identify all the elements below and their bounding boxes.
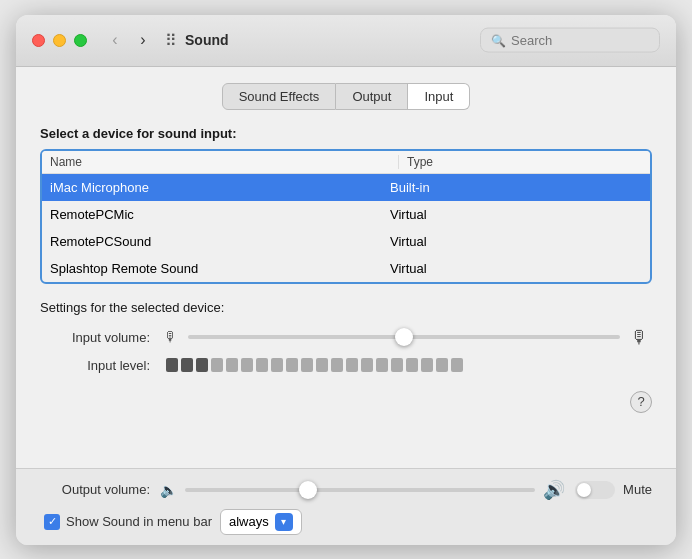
checkbox-icon[interactable]: ✓: [44, 514, 60, 530]
menu-bar-row: ✓ Show Sound in menu bar always ▾: [44, 509, 652, 535]
mute-toggle[interactable]: [575, 481, 615, 499]
device-type: Virtual: [390, 207, 642, 222]
output-volume-slider[interactable]: [185, 488, 535, 492]
tab-bar: Sound Effects Output Input: [40, 83, 652, 110]
slider-thumb[interactable]: [395, 328, 413, 346]
input-level-label: Input level:: [40, 358, 150, 373]
device-name: iMac Microphone: [50, 180, 390, 195]
input-level-row: Input level:: [40, 358, 652, 373]
always-dropdown[interactable]: always ▾: [220, 509, 302, 535]
table-row[interactable]: RemotePCMic Virtual: [42, 201, 650, 228]
level-segment: [211, 358, 223, 372]
input-level-meter: [166, 358, 646, 372]
forward-button[interactable]: ›: [131, 28, 155, 52]
col-divider: [398, 155, 399, 169]
level-segment: [286, 358, 298, 372]
level-segment: [391, 358, 403, 372]
search-input[interactable]: [511, 33, 649, 48]
table-row[interactable]: iMac Microphone Built-in: [42, 174, 650, 201]
titlebar: ‹ › ⠿ Sound 🔍: [16, 15, 676, 67]
level-segment: [166, 358, 178, 372]
device-name: RemotePCSound: [50, 234, 390, 249]
close-button[interactable]: [32, 34, 45, 47]
level-segment: [271, 358, 283, 372]
level-segment: [226, 358, 238, 372]
level-segment: [361, 358, 373, 372]
col-type-header: Type: [407, 155, 642, 169]
main-content: Sound Effects Output Input Select a devi…: [16, 67, 676, 468]
device-type: Built-in: [390, 180, 642, 195]
main-window: ‹ › ⠿ Sound 🔍 Sound Effects Output Input…: [16, 15, 676, 545]
level-segment: [346, 358, 358, 372]
mute-label: Mute: [623, 482, 652, 497]
device-type: Virtual: [390, 261, 642, 276]
tab-output[interactable]: Output: [336, 83, 408, 110]
table-row[interactable]: RemotePCSound Virtual: [42, 228, 650, 255]
maximize-button[interactable]: [74, 34, 87, 47]
show-sound-checkbox[interactable]: ✓ Show Sound in menu bar: [44, 514, 212, 530]
level-segment: [256, 358, 268, 372]
device-type: Virtual: [390, 234, 642, 249]
device-name: RemotePCMic: [50, 207, 390, 222]
level-segment: [421, 358, 433, 372]
checkbox-label: Show Sound in menu bar: [66, 514, 212, 529]
help-button[interactable]: ?: [630, 391, 652, 413]
level-segment: [301, 358, 313, 372]
search-bar[interactable]: 🔍: [480, 28, 660, 53]
dropdown-value: always: [229, 514, 269, 529]
device-name: Splashtop Remote Sound: [50, 261, 390, 276]
level-segment: [376, 358, 388, 372]
help-area: ?: [40, 391, 652, 413]
volume-low-icon: 🔈: [160, 482, 177, 498]
col-name-header: Name: [50, 155, 390, 169]
settings-section: Settings for the selected device: Input …: [40, 300, 652, 383]
volume-high-icon: 🔊: [543, 479, 565, 501]
table-row[interactable]: Splashtop Remote Sound Virtual: [42, 255, 650, 282]
volume-low-icon: 🎙: [164, 329, 178, 345]
volume-high-icon: 🎙: [630, 327, 648, 348]
level-segment: [331, 358, 343, 372]
output-volume-row: Output volume: 🔈 🔊 Mute: [40, 479, 652, 501]
slider-thumb[interactable]: [299, 481, 317, 499]
level-segment: [406, 358, 418, 372]
input-volume-row: Input volume: 🎙 🎙: [40, 327, 652, 348]
window-title: Sound: [185, 32, 229, 48]
output-volume-label: Output volume:: [40, 482, 150, 497]
level-segment: [451, 358, 463, 372]
dropdown-arrow-icon[interactable]: ▾: [275, 513, 293, 531]
level-segment: [181, 358, 193, 372]
level-segment: [316, 358, 328, 372]
input-volume-slider[interactable]: [188, 335, 620, 339]
minimize-button[interactable]: [53, 34, 66, 47]
settings-label: Settings for the selected device:: [40, 300, 652, 315]
search-icon: 🔍: [491, 33, 506, 47]
traffic-lights: [32, 34, 87, 47]
table-header: Name Type: [42, 151, 650, 174]
nav-arrows: ‹ ›: [103, 28, 155, 52]
tab-sound-effects[interactable]: Sound Effects: [222, 83, 337, 110]
device-section-label: Select a device for sound input:: [40, 126, 652, 141]
level-segment: [241, 358, 253, 372]
level-segment: [436, 358, 448, 372]
level-segment: [196, 358, 208, 372]
back-button[interactable]: ‹: [103, 28, 127, 52]
input-volume-label: Input volume:: [40, 330, 150, 345]
bottom-bar: Output volume: 🔈 🔊 Mute ✓ Show Sound in …: [16, 468, 676, 545]
device-table: Name Type iMac Microphone Built-in Remot…: [40, 149, 652, 284]
apps-grid-icon[interactable]: ⠿: [165, 31, 177, 50]
tab-input[interactable]: Input: [408, 83, 470, 110]
